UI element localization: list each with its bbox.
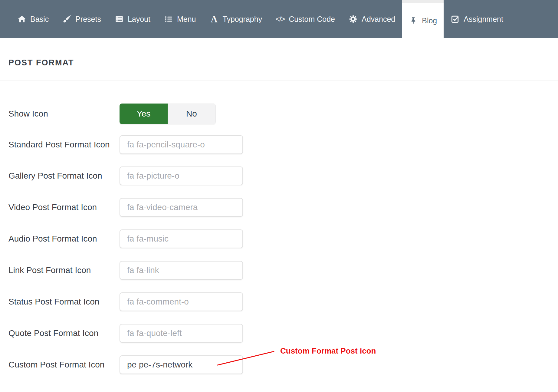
paintbrush-icon xyxy=(62,14,72,24)
check-square-icon xyxy=(450,14,460,24)
typography-icon: A xyxy=(209,14,219,24)
layout-icon xyxy=(114,14,124,24)
tab-label: Presets xyxy=(75,15,101,24)
field-label: Show Icon xyxy=(8,109,120,119)
page-title: POST FORMAT xyxy=(8,58,74,68)
field-label: Link Post Format Icon xyxy=(8,265,120,275)
form-row-show-icon: Show Icon Yes No xyxy=(8,104,558,124)
pin-icon xyxy=(409,16,418,25)
form-row-audio: Audio Post Format Icon xyxy=(8,229,558,248)
tab-menu[interactable]: Menu xyxy=(157,0,203,38)
form-row-status: Status Post Format Icon xyxy=(8,292,558,311)
field-label: Gallery Post Format Icon xyxy=(8,171,120,181)
show-icon-toggle: Yes No xyxy=(120,104,216,124)
tab-label: Menu xyxy=(177,15,196,24)
tab-label: Custom Code xyxy=(289,15,335,24)
home-icon xyxy=(17,14,27,24)
form-row-link: Link Post Format Icon xyxy=(8,261,558,280)
field-label: Quote Post Format Icon xyxy=(8,328,120,338)
form-row-quote: Quote Post Format Icon xyxy=(8,324,558,343)
tab-custom-code[interactable]: </> Custom Code xyxy=(269,0,342,38)
field-label: Standard Post Format Icon xyxy=(8,140,120,150)
field-label: Status Post Format Icon xyxy=(8,297,120,307)
toggle-no-button[interactable]: No xyxy=(168,104,216,124)
tab-label: Assignment xyxy=(464,15,503,24)
tab-label: Basic xyxy=(30,15,49,24)
video-icon-input[interactable] xyxy=(120,198,243,217)
form-row-video: Video Post Format Icon xyxy=(8,198,558,217)
link-icon-input[interactable] xyxy=(120,261,243,280)
toggle-yes-button[interactable]: Yes xyxy=(120,104,168,124)
tab-label: Typography xyxy=(223,15,262,24)
menu-list-icon xyxy=(164,14,173,24)
status-icon-input[interactable] xyxy=(120,292,243,311)
tab-basic[interactable]: Basic xyxy=(10,0,55,38)
gallery-icon-input[interactable] xyxy=(120,166,243,185)
tab-label: Blog xyxy=(422,16,437,25)
form-row-standard: Standard Post Format Icon xyxy=(8,135,558,154)
annotation-label: Custom Format Post icon xyxy=(280,346,376,356)
top-tab-bar: Basic Presets xyxy=(0,0,558,38)
field-label: Custom Post Format Icon xyxy=(8,360,120,370)
tab-label: Layout xyxy=(128,15,150,24)
custom-icon-input[interactable] xyxy=(120,355,243,374)
tab-assignment[interactable]: Assignment xyxy=(444,0,510,38)
tab-presets[interactable]: Presets xyxy=(55,0,108,38)
gear-icon xyxy=(348,14,358,24)
quote-icon-input[interactable] xyxy=(120,324,243,343)
form-row-gallery: Gallery Post Format Icon xyxy=(8,166,558,185)
tab-label: Advanced xyxy=(362,15,395,24)
section-header: POST FORMAT xyxy=(0,38,558,81)
tab-typography[interactable]: A Typography xyxy=(203,0,269,38)
field-label: Video Post Format Icon xyxy=(8,203,120,212)
standard-icon-input[interactable] xyxy=(120,135,243,154)
code-icon: </> xyxy=(275,14,285,24)
tab-layout[interactable]: Layout xyxy=(108,0,157,38)
form-row-custom: Custom Post Format Icon xyxy=(8,355,558,374)
settings-page: Basic Presets xyxy=(0,0,558,392)
audio-icon-input[interactable] xyxy=(120,229,243,248)
tab-advanced[interactable]: Advanced xyxy=(342,0,402,38)
field-label: Audio Post Format Icon xyxy=(8,234,120,244)
tab-blog-active[interactable]: Blog xyxy=(402,0,444,38)
